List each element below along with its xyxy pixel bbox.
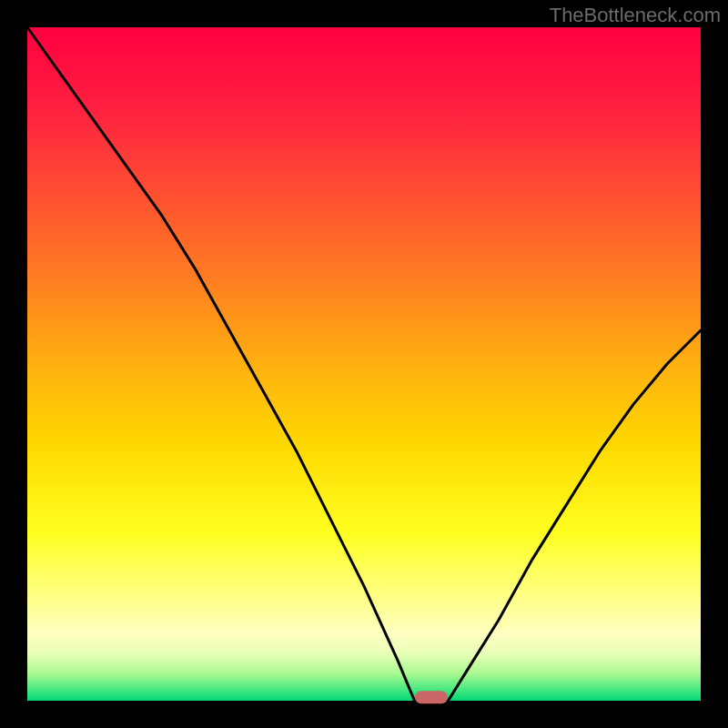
chart-container: TheBottleneck.com [0, 0, 728, 728]
optimal-marker [415, 691, 448, 703]
bottleneck-chart [0, 0, 728, 728]
plot-background [27, 27, 701, 701]
watermark-text: TheBottleneck.com [550, 4, 721, 27]
